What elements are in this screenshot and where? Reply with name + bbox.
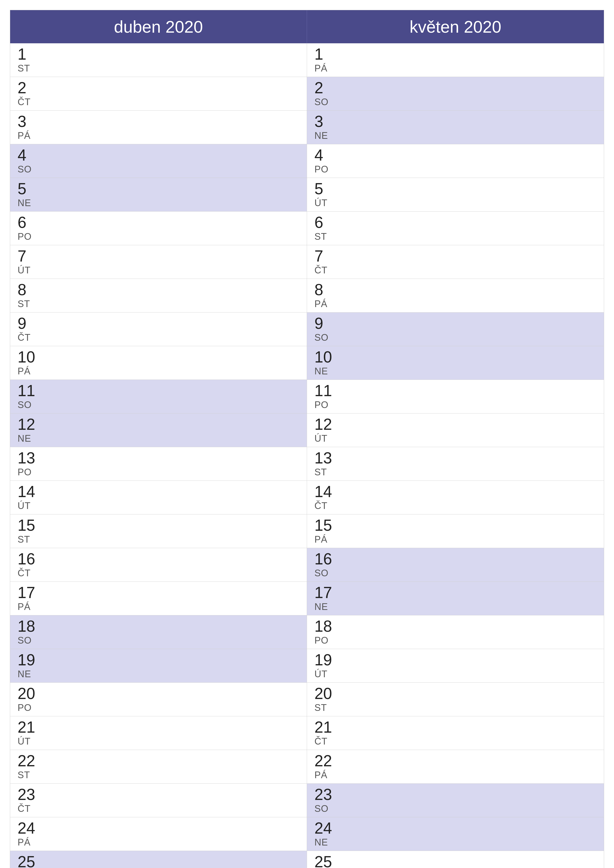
may-day-number-19: 19 xyxy=(314,652,597,668)
day-row-6: 6PO6ST xyxy=(10,212,604,245)
may-day-name-1: PÁ xyxy=(314,63,597,74)
april-day-name-2: ČT xyxy=(17,97,299,107)
may-day-number-18: 18 xyxy=(314,618,597,634)
may-day-name-24: NE xyxy=(314,837,597,848)
day-row-21: 21ÚT21ČT xyxy=(10,716,604,750)
day-row-11: 11SO11PO xyxy=(10,380,604,414)
may-day-name-12: ÚT xyxy=(314,433,597,444)
april-day-name-19: NE xyxy=(17,669,299,679)
may-day-number-23: 23 xyxy=(314,787,597,803)
may-day-11: 11PO xyxy=(307,380,604,414)
may-day-7: 7ČT xyxy=(307,245,604,279)
day-row-23: 23ČT23SO xyxy=(10,784,604,817)
may-day-number-15: 15 xyxy=(314,518,597,533)
april-day-name-6: PO xyxy=(17,231,299,242)
may-day-name-8: PÁ xyxy=(314,299,597,309)
may-day-number-10: 10 xyxy=(314,349,597,365)
april-day-name-7: ÚT xyxy=(17,265,299,276)
day-row-1: 1ST1PÁ xyxy=(10,43,604,77)
april-day-name-1: ST xyxy=(17,63,299,74)
april-day-name-17: PÁ xyxy=(17,601,299,612)
april-day-number-16: 16 xyxy=(17,551,299,567)
day-row-16: 16ČT16SO xyxy=(10,548,604,582)
april-day-name-20: PO xyxy=(17,702,299,713)
may-day-8: 8PÁ xyxy=(307,279,604,313)
april-day-number-3: 3 xyxy=(17,113,299,129)
april-day-name-22: ST xyxy=(17,770,299,780)
april-day-24: 24PÁ xyxy=(10,817,307,851)
may-day-name-13: ST xyxy=(314,467,597,477)
april-header: duben 2020 xyxy=(10,10,307,43)
april-day-number-1: 1 xyxy=(17,46,299,62)
april-day-15: 15ST xyxy=(10,515,307,548)
may-day-name-16: SO xyxy=(314,568,597,578)
may-day-number-2: 2 xyxy=(314,80,597,96)
days-container: 1ST1PÁ2ČT2SO3PÁ3NE4SO4PO5NE5ÚT6PO6ST7ÚT7… xyxy=(10,43,604,868)
may-day-number-6: 6 xyxy=(314,214,597,230)
april-day-name-3: PÁ xyxy=(17,130,299,141)
may-day-4: 4PO xyxy=(307,144,604,178)
day-row-17: 17PÁ17NE xyxy=(10,582,604,615)
may-day-number-21: 21 xyxy=(314,719,597,735)
may-day-number-13: 13 xyxy=(314,450,597,466)
may-day-23: 23SO xyxy=(307,784,604,817)
april-day-9: 9ČT xyxy=(10,313,307,346)
may-day-22: 22PÁ xyxy=(307,750,604,784)
april-day-25: 25SO xyxy=(10,851,307,868)
day-row-4: 4SO4PO xyxy=(10,144,604,178)
april-day-name-18: SO xyxy=(17,635,299,646)
april-day-name-24: PÁ xyxy=(17,837,299,848)
april-day-name-23: ČT xyxy=(17,803,299,814)
april-day-4: 4SO xyxy=(10,144,307,178)
day-row-22: 22ST22PÁ xyxy=(10,750,604,784)
day-row-24: 24PÁ24NE xyxy=(10,817,604,851)
april-day-number-10: 10 xyxy=(17,349,299,365)
may-day-14: 14ČT xyxy=(307,481,604,515)
may-day-name-4: PO xyxy=(314,164,597,175)
may-day-2: 2SO xyxy=(307,77,604,111)
may-day-25: 25PO xyxy=(307,851,604,868)
may-day-13: 13ST xyxy=(307,447,604,481)
april-day-7: 7ÚT xyxy=(10,245,307,279)
may-day-5: 5ÚT xyxy=(307,178,604,212)
april-day-number-23: 23 xyxy=(17,787,299,803)
april-day-number-9: 9 xyxy=(17,315,299,331)
april-day-12: 12NE xyxy=(10,414,307,447)
may-day-name-6: ST xyxy=(314,231,597,242)
day-row-12: 12NE12ÚT xyxy=(10,414,604,447)
may-day-9: 9SO xyxy=(307,313,604,346)
day-row-18: 18SO18PO xyxy=(10,615,604,649)
april-day-name-8: ST xyxy=(17,299,299,309)
april-day-number-17: 17 xyxy=(17,585,299,600)
april-day-name-10: PÁ xyxy=(17,366,299,377)
april-day-number-4: 4 xyxy=(17,147,299,163)
header-row: duben 2020 květen 2020 xyxy=(10,10,604,43)
april-day-21: 21ÚT xyxy=(10,716,307,750)
april-day-6: 6PO xyxy=(10,212,307,245)
april-day-number-14: 14 xyxy=(17,484,299,499)
day-row-10: 10PÁ10NE xyxy=(10,346,604,380)
may-day-10: 10NE xyxy=(307,346,604,380)
may-day-number-3: 3 xyxy=(314,113,597,129)
day-row-8: 8ST8PÁ xyxy=(10,279,604,313)
april-day-name-16: ČT xyxy=(17,568,299,578)
may-day-number-14: 14 xyxy=(314,484,597,499)
may-day-number-20: 20 xyxy=(314,686,597,702)
may-day-15: 15PÁ xyxy=(307,515,604,548)
april-day-16: 16ČT xyxy=(10,548,307,582)
may-day-name-19: ÚT xyxy=(314,669,597,679)
may-day-number-8: 8 xyxy=(314,282,597,298)
may-day-number-24: 24 xyxy=(314,820,597,836)
april-day-1: 1ST xyxy=(10,43,307,77)
april-day-number-6: 6 xyxy=(17,214,299,230)
april-day-number-13: 13 xyxy=(17,450,299,466)
day-row-20: 20PO20ST xyxy=(10,683,604,716)
may-day-19: 19ÚT xyxy=(307,649,604,683)
april-day-number-2: 2 xyxy=(17,80,299,96)
may-day-name-9: SO xyxy=(314,332,597,343)
april-day-number-19: 19 xyxy=(17,652,299,668)
day-row-3: 3PÁ3NE xyxy=(10,111,604,144)
may-day-name-2: SO xyxy=(314,97,597,107)
day-row-7: 7ÚT7ČT xyxy=(10,245,604,279)
may-day-number-1: 1 xyxy=(314,46,597,62)
